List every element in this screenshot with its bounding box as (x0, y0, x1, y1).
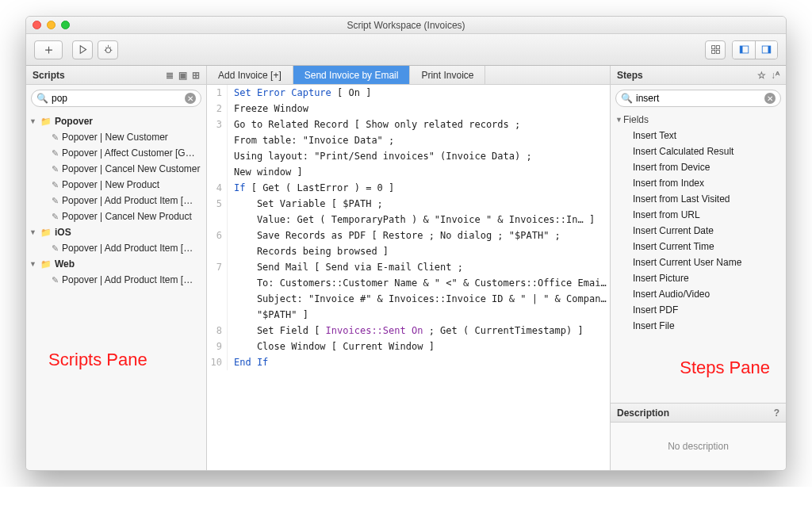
script-editor[interactable]: 1Set Error Capture [ On ]2Freeze Window3… (207, 85, 610, 470)
scripts-tree[interactable]: ▼📁Popover✎Popover | New Customer✎Popover… (26, 112, 206, 470)
script-label: Popover | Add Product Item [… (62, 243, 193, 254)
svg-rect-10 (716, 50, 719, 53)
scripts-search-input[interactable] (52, 93, 182, 104)
toggle-left-pane-button[interactable] (733, 41, 755, 59)
step-item[interactable]: Insert from URL (611, 207, 786, 223)
svg-point-1 (105, 48, 111, 53)
step-item[interactable]: Insert from Last Visited (611, 191, 786, 207)
code-text: "$PATH" ] (228, 307, 308, 323)
script-row[interactable]: ✎Popover | New Product (26, 177, 206, 193)
new-script-button[interactable]: ＋ (34, 40, 63, 59)
line-number: 6 (207, 228, 228, 243)
script-label: Popover | Affect Customer [G… (62, 147, 195, 159)
clear-search-button[interactable]: ✕ (185, 93, 196, 104)
code-line[interactable]: 2Freeze Window (207, 101, 610, 117)
step-item[interactable]: Insert Current Date (611, 223, 786, 239)
description-heading: Description (617, 407, 669, 419)
script-row[interactable]: ✎Popover | Add Product Item [… (26, 240, 206, 256)
code-text: Subject: "Invoice #" & Invoices::Invoice… (228, 291, 607, 307)
script-row[interactable]: ✎Popover | Add Product Item [… (26, 272, 206, 288)
script-row[interactable]: ✎Popover | Add Product Item [… (26, 193, 206, 209)
code-line[interactable]: 1Set Error Capture [ On ] (207, 85, 610, 101)
code-line[interactable]: Records being browsed ] (207, 243, 610, 259)
scripts-pane-header: Scripts ≣ ▣ ⊞ (26, 66, 206, 85)
search-icon: 🔍 (36, 93, 48, 104)
step-item[interactable]: Insert Text (611, 128, 786, 143)
step-group[interactable]: ▼ Fields (611, 112, 786, 128)
new-folder-icon[interactable]: ▣ (178, 70, 187, 81)
toggle-right-pane-button[interactable] (755, 41, 777, 59)
scripts-pane: Scripts ≣ ▣ ⊞ 🔍 ✕ ▼📁Popover✎Popover | Ne… (26, 66, 207, 470)
step-item[interactable]: Insert Picture (611, 270, 786, 286)
steps-search[interactable]: 🔍 ✕ (615, 90, 781, 107)
editor-tab[interactable]: Send Invoice by Email (293, 66, 411, 84)
editor-tab[interactable]: Print Invoice (410, 66, 485, 84)
code-line[interactable]: 7 Send Mail [ Send via E-mail Client ; (207, 259, 610, 275)
code-line[interactable]: To: Customers::Customer Name & " <" & Cu… (207, 275, 610, 291)
step-item[interactable]: Insert from Device (611, 159, 786, 175)
step-item[interactable]: Insert from Index (611, 175, 786, 191)
svg-rect-12 (740, 46, 742, 53)
minimize-window-button[interactable] (47, 21, 56, 29)
script-row[interactable]: ✎Popover | Affect Customer [G… (26, 145, 206, 161)
code-line[interactable]: From table: "Invoice Data" ; (207, 132, 610, 148)
list-view-icon[interactable]: ≣ (166, 70, 174, 81)
code-text: End If (228, 354, 268, 370)
close-window-button[interactable] (33, 21, 41, 29)
new-item-icon[interactable]: ⊞ (192, 70, 200, 81)
scripts-search[interactable]: 🔍 ✕ (31, 90, 201, 107)
code-text: Close Window [ Current Window ] (228, 339, 435, 354)
script-icon: ✎ (52, 196, 59, 206)
code-line[interactable]: Value: Get ( TemporaryPath ) & "Invoice … (207, 212, 610, 228)
step-item[interactable]: Insert Current User Name (611, 254, 786, 270)
clear-search-button[interactable]: ✕ (764, 93, 776, 104)
script-row[interactable]: ✎Popover | New Customer (26, 129, 206, 145)
sort-icon[interactable]: ↓ᴬ (771, 70, 779, 81)
code-line[interactable]: Subject: "Invoice #" & Invoices::Invoice… (207, 291, 610, 307)
code-text: Set Variable [ $PATH ; (228, 196, 383, 212)
code-line[interactable]: 5 Set Variable [ $PATH ; (207, 196, 610, 212)
line-number (207, 243, 228, 259)
line-number: 7 (207, 259, 228, 275)
code-line[interactable]: New window ] (207, 164, 610, 180)
script-row[interactable]: ✎Popover | Cancel New Product (26, 209, 206, 224)
steps-list[interactable]: ▼ Fields Insert TextInsert Calculated Re… (611, 112, 786, 403)
editor-tab[interactable]: Add Invoice [+] (207, 66, 293, 84)
grid-icon (710, 44, 721, 55)
app-window: Script Workspace (Invoices) ＋ (25, 16, 787, 471)
code-line[interactable]: Using layout: "Print/Send invoices" (Inv… (207, 148, 610, 164)
steps-pane-annotation: Steps Pane (680, 358, 770, 378)
script-label: Popover | Cancel New Product (62, 211, 192, 222)
step-item[interactable]: Insert File (611, 318, 786, 334)
code-line[interactable]: 9 Close Window [ Current Window ] (207, 339, 610, 354)
step-item[interactable]: Insert Calculated Result (611, 143, 786, 159)
folder-row[interactable]: ▼📁Web (26, 256, 206, 272)
step-item[interactable]: Insert PDF (611, 302, 786, 318)
code-text: Value: Get ( TemporaryPath ) & "Invoice … (228, 212, 595, 228)
code-line[interactable]: 8 Set Field [ Invoices::Sent On ; Get ( … (207, 323, 610, 339)
layout-options-button[interactable] (705, 40, 726, 59)
line-number: 3 (207, 117, 228, 132)
code-text: To: Customers::Customer Name & " <" & Cu… (228, 275, 607, 291)
zoom-window-button[interactable] (61, 21, 70, 29)
code-line[interactable]: 10End If (207, 354, 610, 370)
run-button[interactable] (72, 40, 93, 59)
code-line[interactable]: 3Go to Related Record [ Show only relate… (207, 117, 610, 132)
steps-search-input[interactable] (636, 93, 761, 104)
step-item[interactable]: Insert Audio/Video (611, 286, 786, 302)
step-item[interactable]: Insert Current Time (611, 239, 786, 254)
code-line[interactable]: 6 Save Records as PDF [ Restore ; No dia… (207, 228, 610, 243)
debug-button[interactable] (98, 40, 118, 59)
folder-row[interactable]: ▼📁Popover (26, 113, 206, 129)
line-number (207, 132, 228, 148)
code-line[interactable]: 4If [ Get ( LastError ) = 0 ] (207, 180, 610, 196)
folder-row[interactable]: ▼📁iOS (26, 224, 206, 240)
script-row[interactable]: ✎Popover | Cancel New Customer (26, 161, 206, 177)
steps-heading: Steps (617, 70, 643, 81)
favorite-icon[interactable]: ☆ (757, 70, 766, 81)
code-line[interactable]: "$PATH" ] (207, 307, 610, 323)
toolbar: ＋ (26, 34, 786, 66)
code-text: Using layout: "Print/Send invoices" (Inv… (228, 148, 532, 164)
script-icon: ✎ (52, 212, 59, 222)
help-icon[interactable]: ? (774, 407, 779, 419)
